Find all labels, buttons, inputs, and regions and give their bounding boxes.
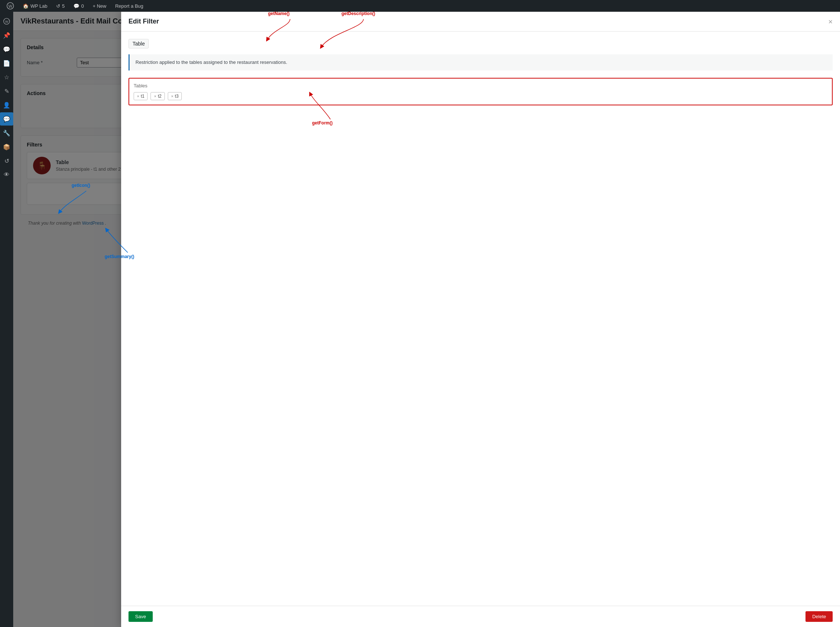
sidebar-view[interactable]: 👁 (0, 168, 13, 181)
tag-remove-t1[interactable]: × (137, 94, 139, 98)
tag-label-t3: t3 (175, 94, 178, 99)
sidebar-users[interactable]: 👤 (0, 98, 13, 112)
table-tag-t1[interactable]: × t1 (134, 92, 148, 100)
adminbar-report-bug[interactable]: Report a Bug (112, 0, 147, 12)
modal-header: Edit Filter × (121, 12, 840, 32)
table-tag-t2[interactable]: × t2 (151, 92, 164, 100)
updates-icon: ↺ (56, 3, 60, 9)
adminbar-updates[interactable]: ↺ 5 (52, 0, 68, 12)
edit-filter-modal: Edit Filter × Table Restriction applied … (121, 12, 840, 627)
tag-remove-t2[interactable]: × (154, 94, 156, 98)
tables-section: Tables × t1 × t2 × t3 (129, 78, 833, 106)
home-icon: 🏠 (23, 3, 28, 9)
adminbar-comments[interactable]: 💬 0 (70, 0, 87, 12)
table-tags: × t1 × t2 × t3 (134, 92, 827, 100)
modal-title: Edit Filter (129, 17, 159, 25)
admin-bar: W 🏠 WP Lab ↺ 5 💬 0 + New Report a Bug (0, 0, 840, 12)
tag-label-t2: t2 (158, 94, 162, 99)
table-tag-t3[interactable]: × t3 (168, 92, 182, 100)
tag-label-t1: t1 (140, 94, 144, 99)
sidebar-wp-logo[interactable]: W (0, 15, 13, 28)
sidebar-plugins[interactable]: 📦 (0, 140, 13, 153)
wp-logo[interactable]: W (3, 0, 17, 12)
sidebar-tools[interactable]: 🔧 (0, 126, 13, 140)
modal-footer: Save Delete (121, 606, 840, 627)
modal-delete-button[interactable]: Delete (805, 611, 833, 622)
comments-icon: 💬 (73, 3, 79, 9)
sidebar-star[interactable]: ☆ (0, 71, 13, 84)
adminbar-new[interactable]: + New (89, 0, 110, 12)
sidebar-pin[interactable]: 📌 (0, 28, 13, 42)
sidebar-messages[interactable]: 💬 (0, 112, 13, 126)
modal-close-button[interactable]: × (828, 18, 833, 25)
tag-remove-t3[interactable]: × (171, 94, 173, 98)
adminbar-site[interactable]: 🏠 WP Lab (19, 0, 51, 12)
modal-description: Restriction applied to the tables assign… (129, 54, 833, 71)
tables-label: Tables (134, 83, 827, 88)
sidebar-comments[interactable]: 💬 (0, 43, 13, 56)
sidebar-edit[interactable]: ✎ (0, 84, 13, 98)
modal-save-button[interactable]: Save (129, 611, 153, 622)
sidebar-pages[interactable]: 📄 (0, 57, 13, 70)
modal-body: Table Restriction applied to the tables … (121, 32, 840, 606)
admin-sidebar: W 📌 💬 📄 ☆ ✎ 👤 💬 🔧 📦 ↺ 👁 (0, 12, 13, 627)
svg-text:W: W (5, 20, 8, 24)
sidebar-refresh[interactable]: ↺ (0, 154, 13, 167)
modal-filter-name: Table (129, 39, 149, 49)
svg-text:W: W (8, 4, 13, 8)
